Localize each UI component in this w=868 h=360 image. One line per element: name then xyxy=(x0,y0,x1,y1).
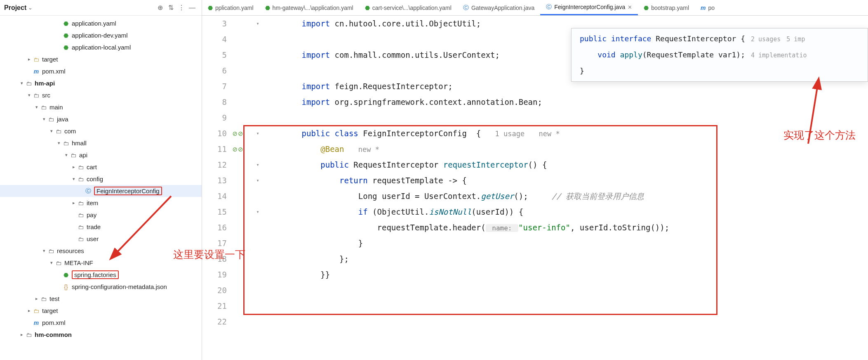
tree-node[interactable]: ▾🗀src xyxy=(0,89,202,101)
tree-node[interactable]: mpom.xml xyxy=(0,65,202,77)
tree-node[interactable]: ▾🗀resources xyxy=(0,245,202,257)
fold-toggle[interactable] xyxy=(254,282,261,298)
tree-node[interactable]: ▾🗀META-INF xyxy=(0,257,202,269)
line-number[interactable]: 5 xyxy=(202,47,227,63)
tree-node[interactable]: ▸🗀hm-common xyxy=(0,329,202,341)
tree-node[interactable]: ⬣application-dev.yaml xyxy=(0,29,202,41)
chevron-down-icon[interactable]: ⌄ xyxy=(28,5,33,11)
tree-arrow-icon[interactable]: ▾ xyxy=(56,140,62,146)
tree-arrow-icon[interactable]: ▾ xyxy=(41,248,47,253)
tree-arrow-icon[interactable]: ▾ xyxy=(34,104,40,110)
editor-tab[interactable]: ⬣hm-gateway\...\application.yaml xyxy=(259,0,359,15)
line-number-gutter[interactable]: 345678910111213141516171819202122 xyxy=(202,16,231,329)
line-number[interactable]: 7 xyxy=(202,78,227,94)
line-number[interactable]: 11 xyxy=(202,141,227,157)
settings-icon[interactable]: ⋮ xyxy=(176,4,187,12)
expand-all-icon[interactable]: ⇅ xyxy=(165,4,176,12)
fold-toggle[interactable]: ▾ xyxy=(254,16,261,31)
tree-arrow-icon[interactable]: ▾ xyxy=(71,176,77,182)
fold-toggle[interactable] xyxy=(254,110,261,126)
tree-node[interactable]: 🗀user xyxy=(0,233,202,245)
tree-node[interactable]: ▾🗀hm-api xyxy=(0,77,202,89)
tree-arrow-icon[interactable]: ▾ xyxy=(64,152,69,158)
tree-node[interactable]: ▸🗀target xyxy=(0,305,202,317)
tree-node[interactable]: ▾🗀hmall xyxy=(0,137,202,149)
gutter-icons[interactable]: ⊘⊘⊘⊘ xyxy=(233,16,253,329)
gutter-bean-icon[interactable]: ⊘ xyxy=(238,141,242,157)
tree-node[interactable]: ▾🗀java xyxy=(0,113,202,125)
fold-toggle[interactable] xyxy=(254,47,261,63)
fold-toggle[interactable] xyxy=(254,78,261,94)
close-tab-icon[interactable]: ✕ xyxy=(628,4,632,10)
tree-arrow-icon[interactable]: ▸ xyxy=(26,308,32,313)
gutter-bean-icon[interactable]: ⊘ xyxy=(233,126,237,141)
tree-node[interactable]: {}spring-configuration-metadata.json xyxy=(0,281,202,293)
line-number[interactable]: 9 xyxy=(202,110,227,126)
line-number[interactable]: 8 xyxy=(202,94,227,110)
editor-tab[interactable]: mpo xyxy=(695,0,720,15)
tree-node[interactable]: ⬣application-local.yaml xyxy=(0,41,202,53)
fold-toggle[interactable] xyxy=(254,94,261,110)
tree-node[interactable]: ▸🗀cart xyxy=(0,161,202,173)
editor-tab[interactable]: ⬣pplication.yaml xyxy=(202,0,259,15)
line-number[interactable]: 16 xyxy=(202,220,227,235)
editor-tab[interactable]: ⬣bootstrap.yaml xyxy=(638,0,695,15)
line-number[interactable]: 4 xyxy=(202,31,227,47)
fold-toggle[interactable]: ▾ xyxy=(254,157,261,173)
tree-node[interactable]: ▾🗀main xyxy=(0,101,202,113)
line-number[interactable]: 20 xyxy=(202,282,227,298)
fold-toggle[interactable] xyxy=(254,31,261,47)
tree-arrow-icon[interactable]: ▾ xyxy=(49,128,54,134)
fold-toggle[interactable] xyxy=(254,220,261,235)
fold-toggle[interactable]: ▾ xyxy=(254,126,261,141)
fold-toggle[interactable] xyxy=(254,188,261,204)
fold-toggle[interactable] xyxy=(254,267,261,282)
gutter-bean-icon[interactable]: ⊘ xyxy=(233,141,237,157)
tree-arrow-icon[interactable]: ▾ xyxy=(19,81,25,86)
line-number[interactable]: 3 xyxy=(202,16,227,31)
tree-node[interactable]: 🗀trade xyxy=(0,221,202,233)
line-number[interactable]: 6 xyxy=(202,63,227,78)
quick-definition-popup[interactable]: public interface RequestInterceptor {2 u… xyxy=(571,28,868,82)
fold-toggle[interactable]: ▾ xyxy=(254,173,261,188)
editor-tab[interactable]: ⬣cart-service\...\application.yaml xyxy=(359,0,457,15)
fold-toggle[interactable] xyxy=(254,314,261,329)
fold-column[interactable]: ▾▾▾▾▾ xyxy=(254,16,261,329)
line-number[interactable]: 21 xyxy=(202,298,227,314)
line-number[interactable]: 14 xyxy=(202,188,227,204)
fold-toggle[interactable] xyxy=(254,235,261,251)
tree-arrow-icon[interactable]: ▾ xyxy=(26,92,32,98)
tree-arrow-icon[interactable]: ▾ xyxy=(49,260,54,265)
tree-arrow-icon[interactable]: ▸ xyxy=(19,332,25,337)
tree-arrow-icon[interactable]: ▸ xyxy=(26,57,32,62)
tree-node[interactable]: 🗀pay xyxy=(0,209,202,221)
tree-node[interactable]: ⬣application.yaml xyxy=(0,17,202,29)
tree-arrow-icon[interactable]: ▸ xyxy=(71,200,77,206)
tree-node[interactable]: ▾🗀config xyxy=(0,173,202,185)
fold-toggle[interactable]: ▾ xyxy=(254,204,261,220)
tree-arrow-icon[interactable]: ▸ xyxy=(34,296,40,301)
editor-tab[interactable]: ⒸGatewayApplication.java xyxy=(457,0,540,15)
line-number[interactable]: 10 xyxy=(202,126,227,141)
tree-node[interactable]: ⒸFeignInterceptorConfig xyxy=(0,185,202,197)
fold-toggle[interactable] xyxy=(254,251,261,267)
code-editor[interactable]: 345678910111213141516171819202122 ⊘⊘⊘⊘ ▾… xyxy=(202,16,868,360)
fold-toggle[interactable] xyxy=(254,63,261,78)
line-number[interactable]: 22 xyxy=(202,314,227,329)
line-number[interactable]: 17 xyxy=(202,235,227,251)
fold-toggle[interactable] xyxy=(254,141,261,157)
line-number[interactable]: 18 xyxy=(202,251,227,267)
tree-node[interactable]: ▸🗀test xyxy=(0,293,202,305)
hide-panel-icon[interactable]: — xyxy=(187,4,198,12)
line-number[interactable]: 12 xyxy=(202,157,227,173)
project-panel-title[interactable]: Project xyxy=(4,4,26,12)
line-number[interactable]: 13 xyxy=(202,173,227,188)
line-number[interactable]: 19 xyxy=(202,267,227,282)
tree-arrow-icon[interactable]: ▸ xyxy=(71,164,77,170)
editor-tab[interactable]: ⒸFeignInterceptorConfig.java✕ xyxy=(540,0,638,15)
project-tree[interactable]: ⬣application.yaml⬣application-dev.yaml⬣a… xyxy=(0,16,202,360)
tree-node[interactable]: mpom.xml xyxy=(0,317,202,329)
tree-node[interactable]: ▾🗀api xyxy=(0,149,202,161)
tree-node[interactable]: ⬣spring.factories xyxy=(0,269,202,281)
locate-icon[interactable]: ⊕ xyxy=(155,4,165,12)
